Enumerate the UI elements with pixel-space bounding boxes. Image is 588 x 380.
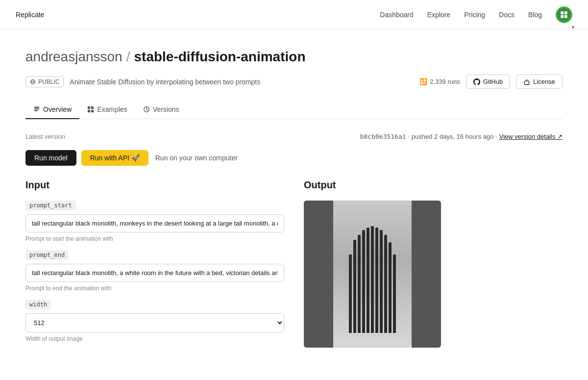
slab-4 <box>362 230 365 333</box>
run-model-button[interactable]: Run model <box>25 150 76 166</box>
field-prompt-start: prompt_start Prompt to start the animati… <box>25 201 284 242</box>
svg-rect-9 <box>34 110 38 111</box>
globe-icon <box>30 79 36 85</box>
nav-logo[interactable]: Replicate <box>16 11 44 19</box>
run-computer-button[interactable]: Run on your own computer <box>153 150 240 166</box>
tab-overview-label: Overview <box>43 105 72 113</box>
field-prompt-end: prompt_end Prompt to end the animation w… <box>25 250 284 292</box>
version-label: Latest version <box>25 133 65 140</box>
svg-rect-8 <box>34 108 40 109</box>
navbar: Replicate Dashboard Explore Pricing Docs… <box>0 0 588 29</box>
monolith-scene <box>304 201 441 348</box>
main-content: andreasjansson/stable-diffusion-animatio… <box>10 29 578 350</box>
nav-links: Dashboard Explore Pricing Docs Blog ▾ <box>380 6 572 23</box>
action-buttons: Run model Run with API 🚀 Run on your own… <box>25 150 563 166</box>
separator: / <box>126 49 130 64</box>
tab-versions[interactable]: Versions <box>135 101 187 119</box>
svg-rect-13 <box>91 110 94 112</box>
repo-owner[interactable]: andreasjansson <box>25 49 122 64</box>
nav-link-blog[interactable]: Blog <box>528 11 542 19</box>
output-title: Output <box>304 179 563 191</box>
version-info: b8cb0e3516a1 · pushed 2 days, 16 hours a… <box>360 133 563 140</box>
repo-description: Animate Stable Diffusion by interpolatin… <box>70 78 260 86</box>
slab-5 <box>367 228 369 333</box>
license-button[interactable]: License <box>516 75 563 89</box>
user-avatar[interactable]: ▾ <box>556 6 572 23</box>
view-version-link[interactable]: View version details ↗ <box>499 133 563 140</box>
slab-7 <box>375 228 378 333</box>
field-label-prompt-end: prompt_end <box>25 250 69 260</box>
input-column: Input prompt_start Prompt to start the a… <box>25 179 284 350</box>
monolith-slabs <box>349 226 396 333</box>
github-button[interactable]: GitHub <box>466 75 510 89</box>
overview-icon <box>33 106 40 113</box>
prompt-start-hint: Prompt to start the animation with <box>25 235 284 242</box>
field-label-width: width <box>25 300 51 309</box>
public-badge: PUBLIC <box>25 76 64 87</box>
public-label: PUBLIC <box>38 78 59 85</box>
nav-link-pricing[interactable]: Pricing <box>464 11 485 19</box>
width-select[interactable]: 256 512 768 1024 <box>25 313 284 332</box>
nav-link-explore[interactable]: Explore <box>427 11 450 19</box>
github-icon <box>473 78 480 85</box>
avatar-icon <box>559 10 569 20</box>
input-title: Input <box>25 179 284 191</box>
svg-rect-3 <box>564 15 567 18</box>
slab-10 <box>389 242 392 333</box>
prompt-end-input[interactable] <box>25 264 284 282</box>
version-row: Latest version b8cb0e3516a1 · pushed 2 d… <box>25 133 563 140</box>
slab-9 <box>384 235 387 333</box>
slab-2 <box>353 240 356 333</box>
versions-icon <box>143 106 150 113</box>
run-api-button[interactable]: Run with API 🚀 <box>81 150 148 166</box>
svg-rect-7 <box>34 107 40 108</box>
license-icon <box>523 78 530 85</box>
page-title: andreasjansson/stable-diffusion-animatio… <box>25 49 563 65</box>
slab-3 <box>358 235 361 333</box>
runs-number: 2,339 runs <box>430 78 460 85</box>
svg-rect-12 <box>88 110 90 112</box>
slab-8 <box>380 230 383 333</box>
field-label-prompt-start: prompt_start <box>25 201 76 210</box>
version-hash: b8cb0e3516a1 <box>360 133 406 140</box>
prompt-start-input[interactable] <box>25 214 284 232</box>
examples-icon <box>87 106 94 113</box>
field-width: width 256 512 768 1024 Width of output i… <box>25 300 284 342</box>
tabs: Overview Examples Versions <box>25 101 563 119</box>
svg-rect-11 <box>91 106 94 109</box>
svg-rect-0 <box>561 11 564 14</box>
runs-count: 🔁 2,339 runs <box>419 78 460 85</box>
repo-name: stable-diffusion-animation <box>134 49 305 64</box>
output-image <box>304 201 441 348</box>
two-column-layout: Input prompt_start Prompt to start the a… <box>25 179 563 350</box>
runs-icon: 🔁 <box>419 78 427 85</box>
prompt-end-hint: Prompt to end the animation with <box>25 285 284 292</box>
meta-row: PUBLIC Animate Stable Diffusion by inter… <box>25 75 563 89</box>
width-hint: Width of output image <box>25 335 284 342</box>
svg-rect-2 <box>561 15 564 18</box>
tab-examples-label: Examples <box>97 105 127 113</box>
meta-right: 🔁 2,339 runs GitHub License <box>419 75 563 89</box>
svg-rect-10 <box>88 106 90 109</box>
tab-overview[interactable]: Overview <box>25 101 79 119</box>
tab-examples[interactable]: Examples <box>79 101 135 119</box>
slab-6 <box>371 226 374 333</box>
nav-link-docs[interactable]: Docs <box>499 11 514 19</box>
slab-1 <box>349 254 352 333</box>
license-label: License <box>533 78 555 85</box>
slab-11 <box>393 254 396 333</box>
avatar-inner <box>557 8 571 22</box>
svg-rect-1 <box>564 11 567 14</box>
tab-versions-label: Versions <box>153 105 179 113</box>
github-label: GitHub <box>483 78 503 85</box>
nav-link-dashboard[interactable]: Dashboard <box>380 11 414 19</box>
right-wall <box>412 201 441 348</box>
avatar-chevron: ▾ <box>572 25 574 30</box>
left-wall <box>304 201 333 348</box>
version-pushed: · pushed 2 days, 16 hours ago · <box>408 133 497 140</box>
meta-left: PUBLIC Animate Stable Diffusion by inter… <box>25 76 260 87</box>
output-column: Output <box>304 179 563 350</box>
